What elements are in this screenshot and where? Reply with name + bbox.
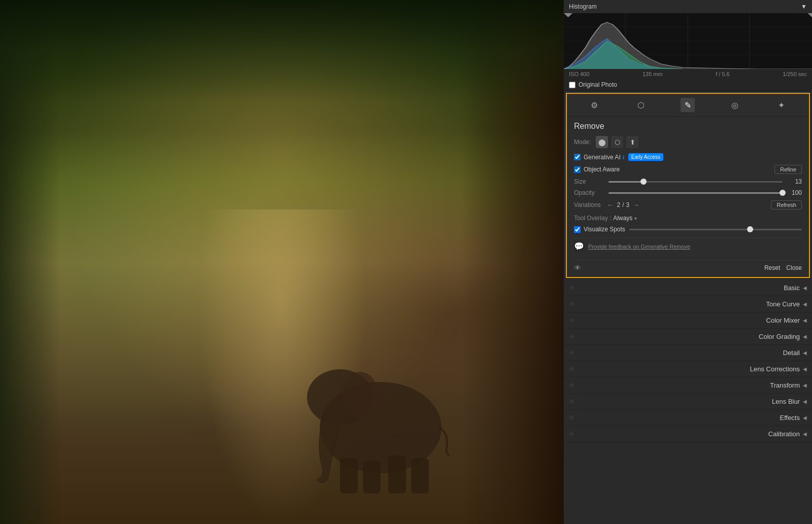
reset-button[interactable]: Reset	[764, 264, 780, 271]
visualize-spots-checkbox[interactable]	[574, 226, 581, 233]
elephant-silhouette	[299, 306, 462, 499]
panel-arrow-icon-2: ◀	[803, 318, 807, 323]
panel-eye-icon-3[interactable]: 👁	[569, 333, 577, 340]
feedback-row: 💬 Provide feedback on Generative Remove	[574, 238, 802, 254]
panel-eye-icon-9[interactable]: 👁	[569, 431, 577, 438]
panel-name-3: Color Grading	[759, 333, 800, 340]
generative-ai-row: Generative AI i Early Access	[574, 153, 802, 161]
variations-row: Variations ← 2 / 3 → Refresh	[574, 200, 802, 209]
panel-eye-icon-4[interactable]: 👁	[569, 350, 577, 357]
panel-name-1: Tone Curve	[766, 300, 800, 308]
histogram-chevron-icon[interactable]: ▼	[801, 3, 807, 10]
opacity-slider-thumb[interactable]	[780, 190, 786, 196]
mask-panel-icon[interactable]: ◎	[728, 98, 742, 112]
panel-eye-icon-0[interactable]: 👁	[569, 285, 577, 292]
size-slider-fill	[608, 181, 644, 183]
panel-item-color-grading[interactable]: 👁Color Grading◀	[564, 329, 812, 345]
object-aware-row: Object Aware Refine	[574, 165, 802, 174]
var-next-btn[interactable]: →	[630, 201, 641, 209]
refresh-button[interactable]: Refresh	[771, 200, 802, 209]
visualize-slider-track[interactable]	[629, 229, 802, 230]
svg-point-4	[343, 372, 378, 417]
opacity-slider-row: Opacity 100	[574, 189, 802, 196]
panel-eye-icon-7[interactable]: 👁	[569, 398, 577, 405]
panel-name-6: Transform	[770, 381, 800, 389]
right-panel: Histogram ▼	[563, 0, 812, 524]
panel-arrow-icon-5: ◀	[803, 366, 807, 372]
visualize-slider-thumb[interactable]	[747, 226, 753, 232]
panel-item-calibration[interactable]: 👁Calibration◀	[564, 426, 812, 442]
opacity-slider-track[interactable]	[608, 192, 783, 194]
panel-name-8: Effects	[780, 414, 800, 422]
panel-item-effects[interactable]: 👁Effects◀	[564, 410, 812, 426]
var-prev-btn[interactable]: ←	[604, 201, 616, 209]
panel-name-9: Calibration	[768, 430, 800, 438]
panel-arrow-icon-3: ◀	[803, 334, 807, 339]
lasso-mode-btn[interactable]: ⬡	[611, 136, 623, 148]
panel-item-tone-curve[interactable]: 👁Tone Curve◀	[564, 296, 812, 312]
panel-name-7: Lens Blur	[772, 398, 800, 405]
info-icon[interactable]: i	[623, 154, 624, 160]
size-value: 13	[787, 178, 802, 185]
ai-panel-icon[interactable]: ⬡	[634, 98, 648, 112]
brush-panel-icon[interactable]: ✎	[681, 98, 695, 112]
mode-icons: ⬤ ⬡ ⬆	[596, 136, 638, 148]
original-photo-checkbox[interactable]	[569, 82, 576, 88]
panel-name-0: Basic	[784, 284, 800, 292]
action-row: 👁 Reset Close	[574, 260, 802, 272]
panel-item-detail[interactable]: 👁Detail◀	[564, 345, 812, 361]
opacity-slider-fill	[608, 192, 783, 194]
panel-item-basic[interactable]: 👁Basic◀	[564, 280, 812, 296]
size-slider-thumb[interactable]	[640, 179, 647, 185]
object-aware-checkbox[interactable]	[574, 166, 581, 173]
original-photo-label: Original Photo	[579, 81, 617, 88]
panel-eye-icon-6[interactable]: 👁	[569, 382, 577, 389]
foliage-top-overlay	[0, 0, 563, 101]
opacity-label: Opacity	[574, 189, 604, 196]
photo-area: ◉	[0, 0, 563, 524]
settings-panel-icon[interactable]: ✦	[774, 98, 789, 112]
feedback-icon: 💬	[574, 241, 584, 251]
brush-mode-btn[interactable]: ⬤	[596, 136, 608, 148]
close-button[interactable]: Close	[786, 264, 802, 271]
original-photo-bar: Original Photo	[564, 79, 812, 91]
feedback-link[interactable]: Provide feedback on Generative Remove	[588, 243, 690, 250]
panel-arrow-icon-6: ◀	[803, 382, 807, 388]
panel-item-lens-blur[interactable]: 👁Lens Blur◀	[564, 394, 812, 410]
sliders-panel-icon[interactable]: ⚙	[587, 98, 601, 112]
panel-eye-icon-8[interactable]: 👁	[569, 414, 577, 422]
panel-item-color-mixer[interactable]: 👁Color Mixer◀	[564, 312, 812, 329]
svg-rect-5	[340, 458, 358, 494]
refine-button[interactable]: Refine	[774, 165, 802, 174]
panel-name-4: Detail	[783, 349, 800, 357]
panel-item-transform[interactable]: 👁Transform◀	[564, 377, 812, 394]
mode-label: Mode:	[574, 138, 591, 146]
panel-arrow-icon-9: ◀	[803, 431, 807, 437]
variations-label: Variations	[574, 201, 600, 208]
panel-eye-icon-1[interactable]: 👁	[569, 301, 577, 308]
size-slider-track[interactable]	[608, 181, 783, 183]
panel-item-lens-corrections[interactable]: 👁Lens Corrections◀	[564, 361, 812, 377]
shutter-speed: 1/250 sec	[783, 71, 807, 77]
histogram-header: Histogram ▼	[564, 0, 812, 13]
focal-length: 135 mm	[642, 71, 663, 77]
tool-overlay-value[interactable]: Always	[613, 215, 632, 222]
generative-ai-label: Generative AI	[584, 154, 621, 161]
stamp-mode-btn[interactable]: ⬆	[626, 136, 638, 148]
generative-ai-checkbox[interactable]	[574, 154, 581, 160]
panel-eye-icon-2[interactable]: 👁	[569, 317, 577, 324]
panel-name-5: Lens Corrections	[750, 365, 800, 373]
histogram-section: Histogram ▼	[564, 0, 812, 91]
panel-eye-icon-5[interactable]: 👁	[569, 366, 577, 373]
panel-arrow-icon-8: ◀	[803, 415, 807, 421]
var-current: 2	[617, 201, 620, 208]
panel-arrow-icon-7: ◀	[803, 399, 807, 404]
preview-eye-icon[interactable]: 👁	[574, 264, 581, 272]
histogram-title: Histogram	[569, 3, 597, 10]
panel-arrow-icon-0: ◀	[803, 285, 807, 291]
svg-rect-6	[363, 461, 381, 494]
histogram-meta: ISO 400 135 mm f / 5.6 1/250 sec	[564, 69, 812, 79]
photo-canvas: ◉	[0, 0, 563, 524]
panel-toolbar: ⚙ ⬡ ✎ ◎ ✦	[567, 94, 809, 117]
overlay-chevron-icon[interactable]: ▾	[634, 216, 637, 221]
